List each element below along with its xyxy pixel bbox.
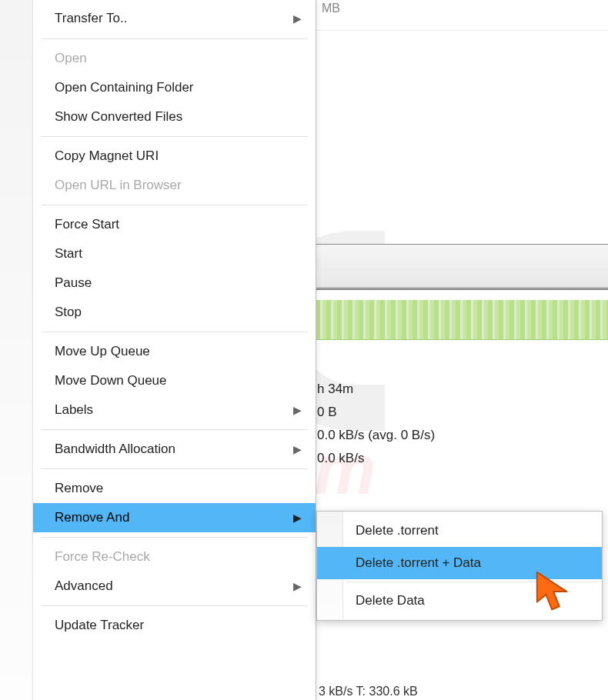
menu-force-start[interactable]: Force Start [33, 210, 316, 239]
bg-details-panel: h 34m 0 B 0.0 kB/s (avg. 0 B/s) 0.0 kB/s [316, 382, 608, 474]
menu-copy-magnet-uri[interactable]: Copy Magnet URI [33, 142, 316, 171]
menu-label: Update Tracker [55, 618, 302, 633]
menu-label: Move Up Queue [55, 344, 302, 359]
menu-label: Force Start [55, 217, 302, 232]
menu-start[interactable]: Start [33, 239, 316, 268]
menu-labels[interactable]: Labels ▶ [33, 395, 316, 425]
menu-advanced[interactable]: Advanced ▶ [33, 572, 316, 601]
menu-label: Move Down Queue [55, 373, 302, 388]
menu-move-down-queue[interactable]: Move Down Queue [33, 366, 316, 395]
context-menu: Transfer To.. ▶ Open Open Containing Fol… [33, 0, 316, 700]
chevron-right-icon: ▶ [293, 512, 302, 524]
menu-label: Open [55, 51, 302, 66]
menu-gutter [0, 0, 33, 700]
menu-move-up-queue[interactable]: Move Up Queue [33, 337, 316, 366]
menu-remove[interactable]: Remove [33, 474, 316, 503]
menu-separator [41, 429, 308, 430]
menu-label: Bandwidth Allocation [55, 442, 286, 457]
menu-label: Show Converted Files [55, 109, 302, 125]
menu-label: Remove [55, 481, 302, 496]
bg-size: 0 B [316, 405, 608, 420]
menu-label: Labels [55, 402, 286, 418]
menu-label: Open URL in Browser [55, 178, 302, 193]
bg-eta: h 34m [316, 382, 608, 397]
menu-separator [41, 605, 308, 606]
menu-stop[interactable]: Stop [33, 298, 316, 327]
chevron-right-icon: ▶ [293, 580, 302, 592]
bg-footer-stats: 3 kB/s T: 330.6 kB [316, 685, 608, 698]
bg-header-bar [316, 244, 608, 290]
submenu-label: Delete .torrent [356, 523, 439, 538]
menu-bandwidth-allocation[interactable]: Bandwidth Allocation ▶ [33, 435, 316, 464]
menu-separator [41, 205, 308, 205]
menu-label: Stop [55, 305, 302, 320]
menu-pause[interactable]: Pause [33, 268, 316, 298]
menu-label: Start [55, 246, 302, 262]
chevron-right-icon: ▶ [293, 404, 302, 416]
menu-open-containing-folder[interactable]: Open Containing Folder [33, 73, 316, 102]
menu-separator [41, 332, 308, 332]
bg-size-fragment: MB [322, 2, 340, 15]
menu-label: Advanced [55, 578, 286, 594]
chevron-right-icon: ▶ [293, 12, 302, 25]
menu-update-tracker[interactable]: Update Tracker [33, 611, 316, 640]
chevron-right-icon: ▶ [293, 443, 302, 455]
menu-show-converted-files[interactable]: Show Converted Files [33, 102, 316, 132]
bg-down-speed: 0.0 kB/s (avg. 0 B/s) [316, 428, 608, 443]
menu-label: Copy Magnet URI [55, 148, 302, 164]
menu-remove-and[interactable]: Remove And ▶ [33, 503, 316, 532]
menu-open-url-browser: Open URL in Browser [33, 171, 316, 200]
menu-label: Transfer To.. [55, 11, 286, 26]
menu-force-recheck: Force Re-Check [33, 542, 316, 572]
submenu-label: Delete Data [356, 593, 425, 608]
menu-label: Remove And [55, 510, 286, 525]
menu-label: Force Re-Check [55, 549, 302, 565]
bg-up-speed: 0.0 kB/s [316, 451, 608, 466]
menu-label: Pause [55, 275, 302, 291]
submenu-delete-torrent[interactable]: Delete .torrent [317, 515, 602, 547]
bg-status-row: MB [316, 0, 608, 31]
annotation-arrow-cursor-icon [533, 569, 577, 617]
menu-transfer-to[interactable]: Transfer To.. ▶ [33, 3, 316, 34]
menu-separator [41, 38, 308, 39]
submenu-label: Delete .torrent + Data [356, 555, 481, 571]
menu-separator [41, 468, 308, 469]
menu-open: Open [33, 44, 316, 73]
menu-separator [41, 136, 308, 137]
menu-label: Open Containing Folder [55, 80, 302, 95]
menu-separator [41, 537, 308, 538]
bg-availability-bar [316, 300, 608, 340]
